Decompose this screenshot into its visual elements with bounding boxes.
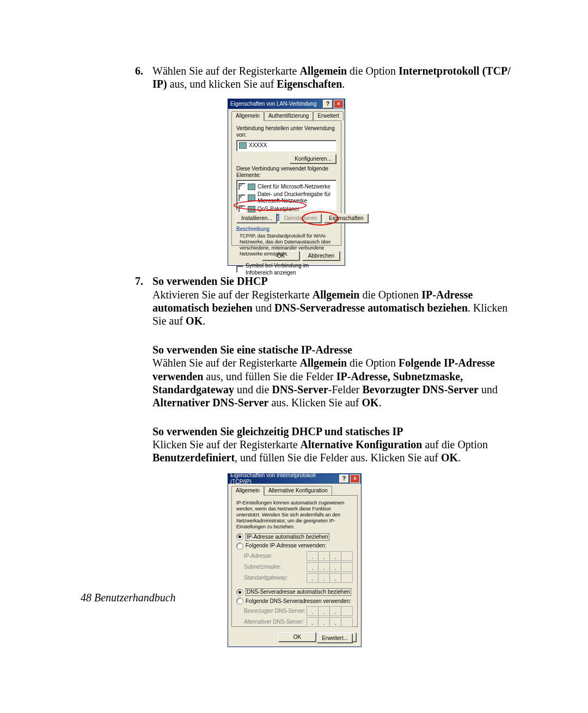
heading-dhcp-static: So verwenden Sie gleichzeitig DHCP und s… bbox=[152, 425, 403, 437]
label-connect-using: Verbindung herstellen unter Verwendung v… bbox=[236, 125, 336, 138]
dialog1-titlebar: Eigenschaften von LAN-Verbindung ? × bbox=[228, 99, 345, 109]
gateway-row: Standardgateway:... bbox=[244, 573, 353, 583]
dialog2-titlebar: Eigenschaften von Internetprotokoll (TCP… bbox=[228, 474, 361, 484]
step-6-text: Wählen Sie auf der Registerkarte Allgeme… bbox=[152, 64, 511, 91]
configure-button[interactable]: Konfigurieren... bbox=[290, 154, 336, 164]
tab-allgemein[interactable]: Allgemein bbox=[231, 111, 264, 121]
heading-dhcp: So verwenden Sie DHCP bbox=[152, 275, 268, 287]
radio-icon[interactable] bbox=[236, 533, 243, 540]
radio-manual-ip[interactable]: Folgende IP-Adresse verwenden: bbox=[236, 543, 353, 550]
dialog1-title: Eigenschaften von LAN-Verbindung bbox=[230, 101, 316, 107]
ip-input[interactable]: ... bbox=[307, 562, 353, 572]
ip-address-row: IP-Adresse:... bbox=[244, 551, 353, 561]
adapter-field: XXXXX bbox=[236, 140, 336, 151]
close-icon[interactable]: × bbox=[334, 100, 344, 108]
step-7-num: 7. bbox=[135, 275, 152, 328]
help-icon[interactable]: ? bbox=[339, 474, 349, 483]
checkbox-icon[interactable] bbox=[238, 205, 246, 212]
dialog2-title: Eigenschaften von Internetprotokoll (TCP… bbox=[230, 472, 338, 485]
subnet-mask-row: Subnetzmaske:... bbox=[244, 562, 353, 572]
list-item[interactable]: QoS-Paketplaner bbox=[238, 205, 334, 212]
radio-manual-dns[interactable]: Folgende DNS-Serveradressen verwenden: bbox=[236, 598, 353, 605]
lan-properties-dialog: Eigenschaften von LAN-Verbindung ? × All… bbox=[228, 99, 345, 266]
uninstall-button[interactable]: Deinstallieren bbox=[279, 214, 322, 223]
tray-icon-checkbox-row[interactable]: Symbol bei Verbindung im Infobereich anz… bbox=[236, 263, 336, 276]
ip-input[interactable]: ... bbox=[307, 551, 353, 561]
ip-input[interactable]: ... bbox=[307, 606, 353, 616]
service-icon bbox=[248, 206, 255, 212]
service-icon bbox=[248, 194, 255, 201]
label-elements: Diese Verbindung verwendet folgende Elem… bbox=[236, 166, 336, 179]
dialog2-tabs: Allgemein Alternative Konfiguration bbox=[231, 486, 358, 495]
properties-button[interactable]: Eigenschaften bbox=[324, 214, 368, 223]
dhcp-static-section: So verwenden Sie gleichzeitig DHCP und s… bbox=[152, 425, 511, 465]
elements-listbox[interactable]: Client für Microsoft-Netzwerke Datei- un… bbox=[236, 180, 336, 210]
radio-icon[interactable] bbox=[236, 543, 243, 550]
adapter-name: XXXXX bbox=[249, 142, 267, 149]
list-item[interactable]: Datei- und Druckerfreigabe für Microsoft… bbox=[238, 191, 334, 204]
ip-input[interactable]: ... bbox=[307, 617, 353, 627]
dns2-row: Alternativer DNS-Server:... bbox=[244, 617, 353, 627]
radio-icon[interactable] bbox=[236, 598, 243, 605]
client-icon bbox=[248, 184, 255, 190]
tab-authentifizierung[interactable]: Authentifizierung bbox=[264, 111, 314, 120]
radio-auto-dns[interactable]: DNS-Serveradresse automatisch beziehen bbox=[236, 588, 353, 596]
intro-text: IP-Einstellungen können automatisch zuge… bbox=[236, 500, 353, 530]
step-6: 6. Wählen Sie auf der Registerkarte Allg… bbox=[135, 64, 511, 91]
page-footer: 48 Benutzerhandbuch bbox=[81, 592, 176, 604]
checkbox-icon[interactable] bbox=[238, 194, 246, 202]
heading-static-ip: So verwenden Sie eine statische IP-Adres… bbox=[152, 344, 352, 356]
adapter-icon bbox=[239, 142, 247, 149]
help-icon[interactable]: ? bbox=[323, 100, 333, 108]
tab-allgemein[interactable]: Allgemein bbox=[231, 486, 264, 496]
close-icon[interactable]: × bbox=[350, 474, 360, 483]
install-button[interactable]: Installieren... bbox=[236, 214, 277, 223]
tab-erweitert[interactable]: Erweitert bbox=[313, 111, 343, 120]
dialog1-tabs: Allgemein Authentifizierung Erweitert bbox=[231, 111, 341, 120]
step-7-text: So verwenden Sie DHCP Aktivieren Sie auf… bbox=[152, 275, 511, 328]
checkbox-icon[interactable] bbox=[236, 266, 243, 273]
step-6-num: 6. bbox=[135, 64, 152, 91]
step-7: 7. So verwenden Sie DHCP Aktivieren Sie … bbox=[135, 275, 511, 328]
tab-alternative[interactable]: Alternative Konfiguration bbox=[264, 486, 332, 495]
advanced-button[interactable]: Erweitert... bbox=[317, 633, 353, 643]
dns1-row: Bevorzugter DNS-Server:... bbox=[244, 606, 353, 616]
tcpip-properties-dialog: Eigenschaften von Internetprotokoll (TCP… bbox=[228, 473, 362, 647]
radio-auto-ip[interactable]: IP-Adresse automatisch beziehen bbox=[236, 533, 353, 541]
radio-icon[interactable] bbox=[236, 589, 243, 596]
list-item[interactable]: Client für Microsoft-Netzwerke bbox=[238, 183, 334, 190]
ip-input[interactable]: ... bbox=[307, 573, 353, 583]
description-label: Beschreibung bbox=[236, 226, 336, 233]
checkbox-icon[interactable] bbox=[238, 183, 246, 190]
static-ip-section: So verwenden Sie eine statische IP-Adres… bbox=[152, 343, 511, 410]
description-text: TCP/IP, das Standardprotokoll für WAN-Ne… bbox=[236, 233, 336, 257]
